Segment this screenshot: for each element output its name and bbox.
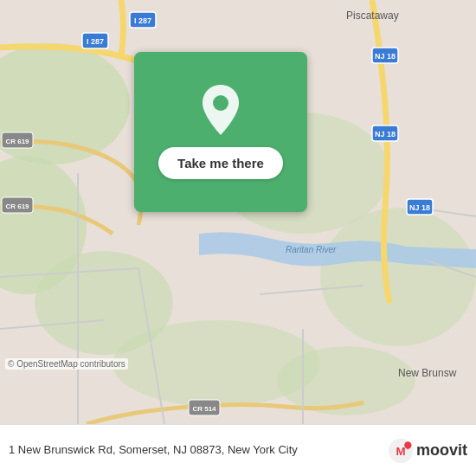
- svg-text:CR 619: CR 619: [5, 203, 29, 210]
- svg-point-36: [213, 95, 228, 111]
- svg-text:CR 619: CR 619: [5, 138, 29, 145]
- moovit-logo-text: moovit: [416, 441, 467, 460]
- location-card: Take me there: [134, 52, 307, 212]
- moovit-logo: M moovit: [388, 438, 467, 464]
- footer: 1 New Brunswick Rd, Somerset, NJ 08873, …: [0, 424, 476, 476]
- svg-text:CR 514: CR 514: [192, 405, 216, 413]
- svg-text:NJ 18: NJ 18: [409, 203, 430, 212]
- address-text: 1 New Brunswick Rd, Somerset, NJ 08873, …: [9, 442, 388, 458]
- location-pin-icon: [199, 85, 242, 137]
- svg-text:M: M: [396, 445, 405, 458]
- take-me-there-button[interactable]: Take me there: [158, 147, 283, 179]
- svg-text:I 287: I 287: [134, 16, 151, 25]
- svg-text:NJ 18: NJ 18: [375, 130, 396, 138]
- svg-text:New Brunsw: New Brunsw: [398, 367, 457, 379]
- moovit-icon: M: [388, 438, 414, 464]
- svg-text:NJ 18: NJ 18: [375, 52, 396, 61]
- svg-text:I 287: I 287: [87, 37, 104, 46]
- osm-attribution: © OpenStreetMap contributors: [5, 358, 128, 370]
- svg-point-5: [320, 208, 476, 346]
- map-area: I 287 I 287 NJ 18 NJ 18 NJ 18 CR 619 CR …: [0, 0, 476, 424]
- svg-text:Piscataway: Piscataway: [346, 10, 399, 22]
- svg-text:Raritan River: Raritan River: [286, 245, 337, 254]
- footer-left: 1 New Brunswick Rd, Somerset, NJ 08873, …: [9, 442, 388, 458]
